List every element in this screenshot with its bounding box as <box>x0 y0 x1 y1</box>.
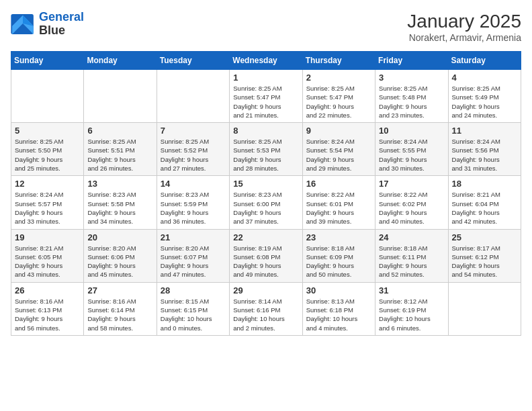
calendar-cell: 30Sunrise: 8:13 AM Sunset: 6:18 PM Dayli… <box>302 282 375 335</box>
calendar-cell: 26Sunrise: 8:16 AM Sunset: 6:13 PM Dayli… <box>11 282 84 335</box>
calendar-cell <box>84 70 157 123</box>
calendar-cell: 8Sunrise: 8:25 AM Sunset: 5:53 PM Daylig… <box>230 123 302 176</box>
calendar-cell: 1Sunrise: 8:25 AM Sunset: 5:47 PM Daylig… <box>230 70 302 123</box>
calendar-week-5: 26Sunrise: 8:16 AM Sunset: 6:13 PM Dayli… <box>11 282 521 335</box>
calendar-cell: 5Sunrise: 8:25 AM Sunset: 5:50 PM Daylig… <box>11 123 84 176</box>
day-info: Sunrise: 8:21 AM Sunset: 6:05 PM Dayligh… <box>15 244 80 279</box>
weekday-thursday: Thursday <box>302 52 375 70</box>
day-info: Sunrise: 8:24 AM Sunset: 5:57 PM Dayligh… <box>15 190 80 226</box>
calendar-cell: 22Sunrise: 8:19 AM Sunset: 6:08 PM Dayli… <box>230 229 302 282</box>
day-number: 16 <box>306 179 371 189</box>
logo-text: General Blue <box>39 11 84 38</box>
logo: General Blue <box>11 11 84 38</box>
day-number: 13 <box>87 179 152 189</box>
weekday-sunday: Sunday <box>11 52 84 70</box>
day-number: 14 <box>161 179 226 189</box>
weekday-monday: Monday <box>84 52 157 70</box>
day-info: Sunrise: 8:23 AM Sunset: 5:58 PM Dayligh… <box>87 190 152 226</box>
day-number: 3 <box>379 73 444 83</box>
day-number: 4 <box>452 73 517 83</box>
day-number: 12 <box>15 179 80 189</box>
day-number: 29 <box>233 285 298 295</box>
day-number: 6 <box>87 126 152 136</box>
day-number: 25 <box>452 232 517 242</box>
day-info: Sunrise: 8:20 AM Sunset: 6:06 PM Dayligh… <box>87 244 152 279</box>
day-number: 18 <box>452 179 517 189</box>
calendar-cell: 20Sunrise: 8:20 AM Sunset: 6:06 PM Dayli… <box>84 229 157 282</box>
calendar-cell <box>157 70 229 123</box>
day-info: Sunrise: 8:16 AM Sunset: 6:14 PM Dayligh… <box>87 297 152 332</box>
weekday-header-row: SundayMondayTuesdayWednesdayThursdayFrid… <box>11 52 521 70</box>
day-info: Sunrise: 8:24 AM Sunset: 5:54 PM Dayligh… <box>306 137 371 173</box>
day-info: Sunrise: 8:25 AM Sunset: 5:48 PM Dayligh… <box>379 84 444 120</box>
calendar-cell: 16Sunrise: 8:22 AM Sunset: 6:01 PM Dayli… <box>302 176 375 229</box>
calendar-table: SundayMondayTuesdayWednesdayThursdayFrid… <box>11 51 521 336</box>
calendar-cell: 10Sunrise: 8:24 AM Sunset: 5:55 PM Dayli… <box>375 123 448 176</box>
weekday-friday: Friday <box>375 52 448 70</box>
calendar-body: 1Sunrise: 8:25 AM Sunset: 5:47 PM Daylig… <box>11 70 521 336</box>
day-number: 24 <box>379 232 444 242</box>
calendar-cell: 29Sunrise: 8:14 AM Sunset: 6:16 PM Dayli… <box>230 282 302 335</box>
day-info: Sunrise: 8:22 AM Sunset: 6:02 PM Dayligh… <box>379 190 444 226</box>
day-info: Sunrise: 8:12 AM Sunset: 6:19 PM Dayligh… <box>379 297 444 332</box>
calendar-cell: 28Sunrise: 8:15 AM Sunset: 6:15 PM Dayli… <box>157 282 229 335</box>
day-info: Sunrise: 8:13 AM Sunset: 6:18 PM Dayligh… <box>306 297 371 332</box>
calendar-cell <box>11 70 84 123</box>
calendar-cell: 25Sunrise: 8:17 AM Sunset: 6:12 PM Dayli… <box>448 229 521 282</box>
calendar-cell: 12Sunrise: 8:24 AM Sunset: 5:57 PM Dayli… <box>11 176 84 229</box>
calendar-cell: 7Sunrise: 8:25 AM Sunset: 5:52 PM Daylig… <box>157 123 229 176</box>
day-number: 11 <box>452 126 517 136</box>
day-number: 5 <box>15 126 80 136</box>
calendar-cell: 3Sunrise: 8:25 AM Sunset: 5:48 PM Daylig… <box>375 70 448 123</box>
calendar-cell: 13Sunrise: 8:23 AM Sunset: 5:58 PM Dayli… <box>84 176 157 229</box>
day-info: Sunrise: 8:25 AM Sunset: 5:49 PM Dayligh… <box>452 84 517 120</box>
day-number: 17 <box>379 179 444 189</box>
day-info: Sunrise: 8:24 AM Sunset: 5:56 PM Dayligh… <box>452 137 517 173</box>
calendar-cell: 6Sunrise: 8:25 AM Sunset: 5:51 PM Daylig… <box>84 123 157 176</box>
calendar-cell: 11Sunrise: 8:24 AM Sunset: 5:56 PM Dayli… <box>448 123 521 176</box>
day-number: 26 <box>15 285 80 295</box>
calendar-header: SundayMondayTuesdayWednesdayThursdayFrid… <box>11 52 521 70</box>
calendar-week-2: 5Sunrise: 8:25 AM Sunset: 5:50 PM Daylig… <box>11 123 521 176</box>
calendar-cell: 18Sunrise: 8:21 AM Sunset: 6:04 PM Dayli… <box>448 176 521 229</box>
day-info: Sunrise: 8:15 AM Sunset: 6:15 PM Dayligh… <box>161 297 226 332</box>
calendar-cell: 31Sunrise: 8:12 AM Sunset: 6:19 PM Dayli… <box>375 282 448 335</box>
location: Norakert, Armavir, Armenia <box>407 32 521 43</box>
day-info: Sunrise: 8:18 AM Sunset: 6:11 PM Dayligh… <box>379 244 444 279</box>
logo-icon <box>11 14 35 34</box>
day-info: Sunrise: 8:25 AM Sunset: 5:47 PM Dayligh… <box>233 84 298 120</box>
page-header: General Blue January 2025 Norakert, Arma… <box>11 11 521 43</box>
day-number: 15 <box>233 179 298 189</box>
calendar-week-1: 1Sunrise: 8:25 AM Sunset: 5:47 PM Daylig… <box>11 70 521 123</box>
calendar-cell: 9Sunrise: 8:24 AM Sunset: 5:54 PM Daylig… <box>302 123 375 176</box>
weekday-tuesday: Tuesday <box>157 52 229 70</box>
day-info: Sunrise: 8:25 AM Sunset: 5:51 PM Dayligh… <box>87 137 152 173</box>
day-info: Sunrise: 8:21 AM Sunset: 6:04 PM Dayligh… <box>452 190 517 226</box>
day-info: Sunrise: 8:19 AM Sunset: 6:08 PM Dayligh… <box>233 244 298 279</box>
calendar-cell: 21Sunrise: 8:20 AM Sunset: 6:07 PM Dayli… <box>157 229 229 282</box>
day-number: 27 <box>87 285 152 295</box>
calendar-cell: 14Sunrise: 8:23 AM Sunset: 5:59 PM Dayli… <box>157 176 229 229</box>
day-info: Sunrise: 8:24 AM Sunset: 5:55 PM Dayligh… <box>379 137 444 173</box>
day-number: 21 <box>161 232 226 242</box>
calendar-cell: 4Sunrise: 8:25 AM Sunset: 5:49 PM Daylig… <box>448 70 521 123</box>
calendar-week-4: 19Sunrise: 8:21 AM Sunset: 6:05 PM Dayli… <box>11 229 521 282</box>
day-number: 9 <box>306 126 371 136</box>
day-info: Sunrise: 8:18 AM Sunset: 6:09 PM Dayligh… <box>306 244 371 279</box>
calendar-cell: 17Sunrise: 8:22 AM Sunset: 6:02 PM Dayli… <box>375 176 448 229</box>
day-info: Sunrise: 8:23 AM Sunset: 6:00 PM Dayligh… <box>233 190 298 226</box>
day-number: 1 <box>233 73 298 83</box>
day-number: 28 <box>161 285 226 295</box>
day-info: Sunrise: 8:16 AM Sunset: 6:13 PM Dayligh… <box>15 297 80 332</box>
calendar-cell: 23Sunrise: 8:18 AM Sunset: 6:09 PM Dayli… <box>302 229 375 282</box>
day-number: 31 <box>379 285 444 295</box>
day-info: Sunrise: 8:20 AM Sunset: 6:07 PM Dayligh… <box>161 244 226 279</box>
day-number: 10 <box>379 126 444 136</box>
day-number: 20 <box>87 232 152 242</box>
day-info: Sunrise: 8:22 AM Sunset: 6:01 PM Dayligh… <box>306 190 371 226</box>
calendar-cell: 15Sunrise: 8:23 AM Sunset: 6:00 PM Dayli… <box>230 176 302 229</box>
day-number: 22 <box>233 232 298 242</box>
calendar-cell: 19Sunrise: 8:21 AM Sunset: 6:05 PM Dayli… <box>11 229 84 282</box>
day-info: Sunrise: 8:25 AM Sunset: 5:50 PM Dayligh… <box>15 137 80 173</box>
day-number: 30 <box>306 285 371 295</box>
